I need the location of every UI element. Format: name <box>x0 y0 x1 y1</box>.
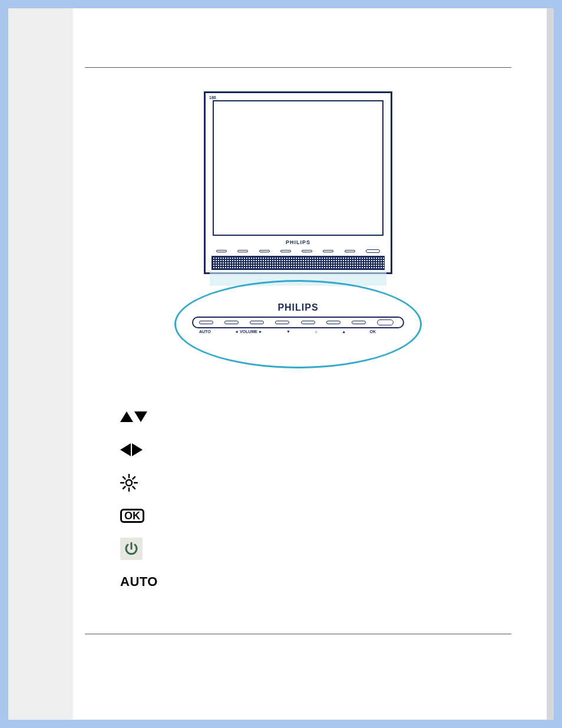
zoom-btn-auto <box>199 321 213 324</box>
zoom-label-volume: ◄ VOLUME ► <box>234 330 263 334</box>
brightness-icon <box>120 474 138 492</box>
monitor-small-btn <box>302 250 312 252</box>
icon-row-leftright <box>120 433 511 466</box>
icon-row-updown <box>120 400 511 433</box>
monitor-model-label: 180_ <box>209 95 219 100</box>
divider-top <box>85 67 511 68</box>
triangle-down-icon <box>134 411 147 422</box>
right-edge <box>547 8 554 720</box>
svg-point-3 <box>126 480 132 486</box>
left-right-icon <box>120 443 143 456</box>
svg-line-11 <box>133 477 135 479</box>
content-area: 180_ PHILIPS <box>73 8 547 720</box>
svg-line-9 <box>133 487 135 489</box>
left-margin <box>8 8 73 720</box>
control-icon-list: OK AUTO <box>120 400 511 598</box>
monitor-small-btn <box>323 250 333 252</box>
zoom-label-ok: OK <box>369 330 376 334</box>
monitor-brand-zoom: PHILIPS <box>174 302 422 313</box>
zoom-label-auto: AUTO <box>199 330 211 334</box>
icon-row-ok: OK <box>120 499 511 532</box>
monitor-illustration: 180_ PHILIPS <box>85 91 511 371</box>
monitor-speaker-grill <box>211 256 385 270</box>
zoom-label-down: ▼ <box>286 330 290 334</box>
monitor-outer-frame: 180_ PHILIPS <box>204 91 392 274</box>
monitor-small-power <box>366 249 380 253</box>
page-frame: 180_ PHILIPS <box>8 8 554 720</box>
monitor-small-btn <box>259 250 270 252</box>
illustration-container: 180_ PHILIPS <box>174 91 422 368</box>
zoom-label-bright: ☼ <box>314 330 318 334</box>
monitor-small-btn <box>237 250 248 252</box>
zoom-btn-up <box>326 321 340 324</box>
triangle-up-icon <box>120 411 133 422</box>
ok-icon: OK <box>120 509 144 523</box>
zoom-btn-vol-down <box>224 321 239 324</box>
icon-row-brightness <box>120 466 511 499</box>
icon-row-power <box>120 532 511 565</box>
monitor-small-btn <box>345 250 355 252</box>
zoom-buttons-row <box>199 318 394 327</box>
up-down-icon <box>120 411 147 422</box>
zoom-label-up: ▲ <box>342 330 346 334</box>
zoom-btn-ok <box>352 321 366 324</box>
zoom-btn-bright <box>301 321 315 324</box>
divider-bottom <box>85 634 511 634</box>
monitor-buttons-row <box>216 249 380 253</box>
power-icon <box>120 538 143 560</box>
auto-label: AUTO <box>120 574 158 589</box>
svg-line-10 <box>123 487 125 489</box>
triangle-left-icon <box>120 443 131 456</box>
monitor-small-btn <box>280 250 291 252</box>
svg-line-8 <box>123 477 125 479</box>
zoom-btn-power <box>377 319 394 325</box>
zoom-labels-row: AUTO ◄ VOLUME ► ▼ ☼ ▲ OK <box>199 330 376 334</box>
triangle-right-icon <box>132 443 143 456</box>
monitor-screen <box>213 100 384 236</box>
zoom-btn-vol-up <box>250 321 264 324</box>
monitor-brand-small: PHILIPS <box>206 239 391 245</box>
icon-row-auto: AUTO <box>120 565 511 598</box>
monitor-small-btn <box>216 250 227 252</box>
zoom-btn-down <box>275 321 289 324</box>
